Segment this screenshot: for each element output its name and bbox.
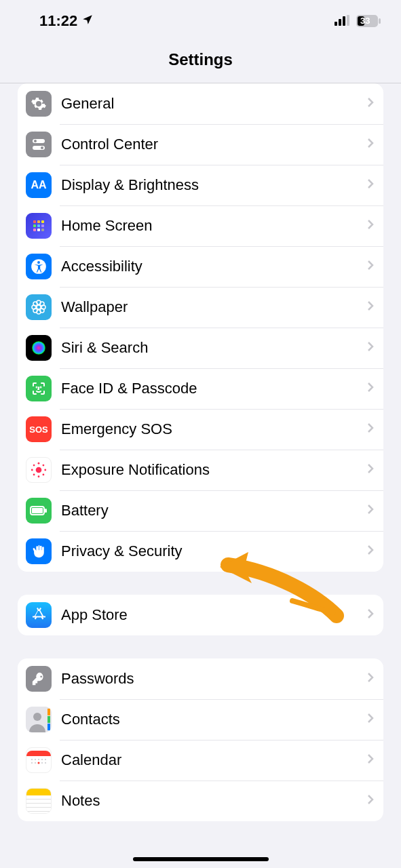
row-emergency-sos[interactable]: SOS Emergency SOS bbox=[18, 409, 383, 450]
svg-rect-13 bbox=[41, 220, 44, 223]
exposure-icon bbox=[26, 457, 52, 483]
row-label: Emergency SOS bbox=[61, 420, 367, 438]
row-exposure-notifications[interactable]: Exposure Notifications bbox=[18, 450, 383, 490]
svg-rect-2 bbox=[343, 16, 345, 26]
settings-group-3: Passwords Contacts Calendar Notes bbox=[18, 658, 383, 821]
svg-point-37 bbox=[31, 469, 33, 471]
row-label: Display & Brightness bbox=[61, 176, 367, 194]
settings-group-2: App Store bbox=[18, 595, 383, 635]
row-label: Exposure Notifications bbox=[61, 461, 367, 479]
svg-point-33 bbox=[41, 387, 41, 388]
row-label: Battery bbox=[61, 502, 367, 519]
svg-rect-47 bbox=[47, 709, 50, 715]
svg-rect-3 bbox=[347, 15, 349, 26]
chevron-right-icon bbox=[367, 300, 374, 314]
svg-point-54 bbox=[45, 759, 46, 760]
row-accessibility[interactable]: Accessibility bbox=[18, 246, 383, 287]
chevron-right-icon bbox=[367, 608, 374, 622]
flower-icon bbox=[26, 294, 52, 320]
key-icon bbox=[26, 666, 52, 692]
sos-icon: SOS bbox=[26, 416, 52, 442]
chevron-right-icon bbox=[367, 463, 374, 477]
accessibility-icon bbox=[26, 254, 52, 279]
svg-point-52 bbox=[38, 759, 39, 760]
svg-point-10 bbox=[41, 146, 43, 149]
row-calendar[interactable]: Calendar bbox=[18, 740, 383, 781]
row-label: General bbox=[61, 95, 367, 113]
svg-point-58 bbox=[45, 762, 46, 764]
row-label: Calendar bbox=[61, 751, 367, 769]
svg-point-57 bbox=[41, 762, 43, 764]
contacts-icon bbox=[26, 707, 52, 732]
row-passwords[interactable]: Passwords bbox=[18, 658, 383, 699]
svg-point-32 bbox=[37, 387, 37, 388]
row-label: Notes bbox=[61, 792, 367, 810]
svg-rect-18 bbox=[37, 229, 40, 231]
svg-point-56 bbox=[35, 762, 36, 764]
cellular-icon bbox=[335, 12, 351, 30]
svg-rect-0 bbox=[335, 22, 337, 26]
svg-point-40 bbox=[43, 465, 45, 467]
svg-point-39 bbox=[33, 465, 35, 467]
row-app-store[interactable]: App Store bbox=[18, 595, 383, 635]
row-face-id-passcode[interactable]: Face ID & Passcode bbox=[18, 368, 383, 409]
svg-point-34 bbox=[36, 467, 42, 473]
row-home-screen[interactable]: Home Screen bbox=[18, 205, 383, 246]
siri-icon bbox=[26, 335, 52, 361]
svg-point-8 bbox=[34, 140, 37, 142]
row-display-brightness[interactable]: AA Display & Brightness bbox=[18, 165, 383, 205]
chevron-right-icon bbox=[367, 713, 374, 726]
chevron-right-icon bbox=[367, 178, 374, 192]
home-indicator[interactable] bbox=[133, 857, 269, 861]
row-privacy-security[interactable]: Privacy & Security bbox=[18, 531, 383, 572]
status-bar: 11:22 33 bbox=[0, 0, 401, 35]
settings-group-1: General Control Center AA Display & Brig… bbox=[18, 83, 383, 572]
svg-rect-19 bbox=[41, 229, 44, 231]
page-title: Settings bbox=[0, 35, 401, 83]
battery-icon bbox=[26, 498, 52, 524]
chevron-right-icon bbox=[367, 504, 374, 517]
row-control-center[interactable]: Control Center bbox=[18, 124, 383, 165]
battery-icon: 33 bbox=[356, 15, 381, 27]
svg-point-31 bbox=[32, 341, 45, 355]
chevron-right-icon bbox=[367, 260, 374, 273]
svg-rect-1 bbox=[339, 19, 341, 26]
svg-rect-17 bbox=[33, 229, 36, 231]
svg-point-50 bbox=[31, 759, 33, 760]
aa-icon: AA bbox=[26, 172, 52, 198]
svg-point-46 bbox=[33, 713, 41, 721]
row-contacts[interactable]: Contacts bbox=[18, 699, 383, 740]
chevron-right-icon bbox=[367, 138, 374, 151]
svg-rect-12 bbox=[37, 220, 40, 223]
status-left: 11:22 bbox=[39, 12, 94, 30]
row-battery[interactable]: Battery bbox=[18, 490, 383, 531]
row-wallpaper[interactable]: Wallpaper bbox=[18, 287, 383, 328]
row-siri-search[interactable]: Siri & Search bbox=[18, 328, 383, 368]
row-label: Contacts bbox=[61, 711, 367, 728]
location-icon bbox=[81, 12, 94, 30]
row-notes[interactable]: Notes bbox=[18, 781, 383, 821]
chevron-right-icon bbox=[367, 422, 374, 436]
svg-rect-45 bbox=[45, 509, 47, 513]
gear-icon bbox=[26, 91, 52, 117]
svg-point-21 bbox=[37, 261, 40, 264]
chevron-right-icon bbox=[367, 753, 374, 767]
battery-level: 33 bbox=[360, 16, 370, 26]
toggles-icon bbox=[26, 132, 52, 157]
svg-rect-6 bbox=[379, 18, 381, 24]
svg-rect-14 bbox=[33, 224, 36, 227]
chevron-right-icon bbox=[367, 382, 374, 395]
row-label: Privacy & Security bbox=[61, 542, 367, 560]
row-label: App Store bbox=[61, 606, 367, 624]
hand-icon bbox=[26, 538, 52, 564]
svg-rect-16 bbox=[41, 224, 44, 227]
svg-point-51 bbox=[35, 759, 36, 760]
chevron-right-icon bbox=[367, 545, 374, 558]
status-right: 33 bbox=[335, 12, 381, 30]
row-label: Passwords bbox=[61, 670, 367, 688]
svg-point-41 bbox=[33, 474, 35, 476]
svg-rect-49 bbox=[47, 724, 50, 730]
row-general[interactable]: General bbox=[18, 83, 383, 124]
app-store-icon bbox=[26, 602, 52, 628]
svg-rect-44 bbox=[32, 508, 43, 513]
